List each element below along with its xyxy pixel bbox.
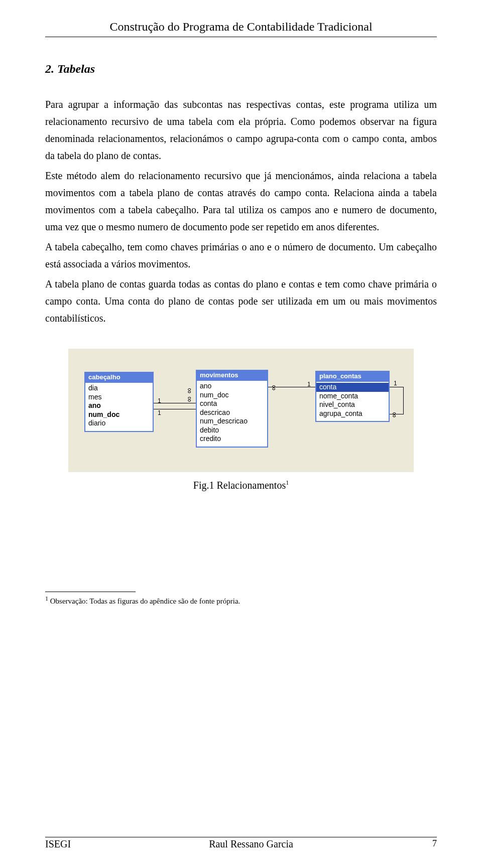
cardinality-many: ∞ (186, 388, 194, 393)
er-field: num_doc (197, 391, 267, 400)
er-fields-movimentos: ano num_doc conta descricao num_descrica… (197, 381, 267, 447)
running-header: Construção do Programa de Contabilidade … (45, 20, 437, 37)
paragraph-4: A tabela plano de contas guarda todas as… (45, 275, 437, 327)
er-field: agrupa_conta (316, 409, 389, 418)
paragraph-3: A tabela cabeçalho, tem como chaves prim… (45, 238, 437, 272)
er-title-plano-contas: plano_contas (316, 371, 389, 382)
paragraph-2: Este método alem do relacionamento recur… (45, 167, 437, 235)
caption-text: Fig.1 Relacionamentos (193, 480, 286, 491)
footnote-text: Observação: Todas as figuras do apêndice… (48, 597, 240, 605)
footnote-separator (45, 592, 136, 592)
er-field: ano (197, 382, 267, 391)
er-field: nivel_conta (316, 400, 389, 409)
er-table-movimentos: movimentos ano num_doc conta descricao n… (196, 370, 268, 448)
er-field-pk: conta (316, 383, 389, 392)
footer-center: Raul Ressano Garcia (105, 838, 397, 850)
page-footer: ISEGI Raul Ressano Garcia 7 (45, 837, 437, 850)
rel-line (390, 387, 404, 387)
cardinality-one: 1 (307, 381, 311, 388)
er-fields-cabecalho: dia mes ano num_doc diario (85, 383, 153, 431)
er-field: conta (197, 399, 267, 408)
section-heading: 2. Tabelas (45, 62, 437, 76)
er-field: diario (85, 419, 153, 428)
er-field: nome_conta (316, 392, 389, 401)
er-field: mes (85, 393, 153, 402)
er-diagram: cabeçalho dia mes ano num_doc diario mov… (68, 349, 414, 472)
er-field: num_doc (85, 410, 153, 419)
footer-left: ISEGI (45, 838, 105, 850)
er-field: ano (85, 401, 153, 410)
er-title-cabecalho: cabeçalho (85, 372, 153, 383)
cardinality-many: ∞ (270, 385, 279, 390)
er-table-cabecalho: cabeçalho dia mes ano num_doc diario (84, 372, 154, 432)
cardinality-one: 1 (158, 409, 161, 416)
cardinality-one: 1 (158, 397, 161, 404)
figure-relationships: cabeçalho dia mes ano num_doc diario mov… (45, 349, 437, 491)
er-field: debito (197, 426, 267, 435)
paragraph-1: Para agrupar a informação das subcontas … (45, 96, 437, 164)
cardinality-one: 1 (394, 380, 397, 387)
caption-footnote-mark: 1 (286, 479, 289, 486)
figure-caption: Fig.1 Relacionamentos1 (45, 479, 437, 491)
er-field: num_descricao (197, 417, 267, 426)
er-title-movimentos: movimentos (197, 370, 267, 381)
er-field: credito (197, 435, 267, 444)
er-table-plano-contas: plano_contas conta nome_conta nivel_cont… (315, 371, 390, 422)
footer-page-number: 7 (397, 838, 437, 850)
er-field: descricao (197, 408, 267, 417)
rel-line (403, 387, 404, 414)
er-field: dia (85, 384, 153, 393)
cardinality-many: ∞ (391, 412, 399, 417)
er-fields-plano-contas: conta nome_conta nivel_conta agrupa_cont… (316, 382, 389, 421)
footnote: 1 Observação: Todas as figuras do apêndi… (45, 595, 437, 606)
cardinality-many: ∞ (186, 396, 194, 402)
